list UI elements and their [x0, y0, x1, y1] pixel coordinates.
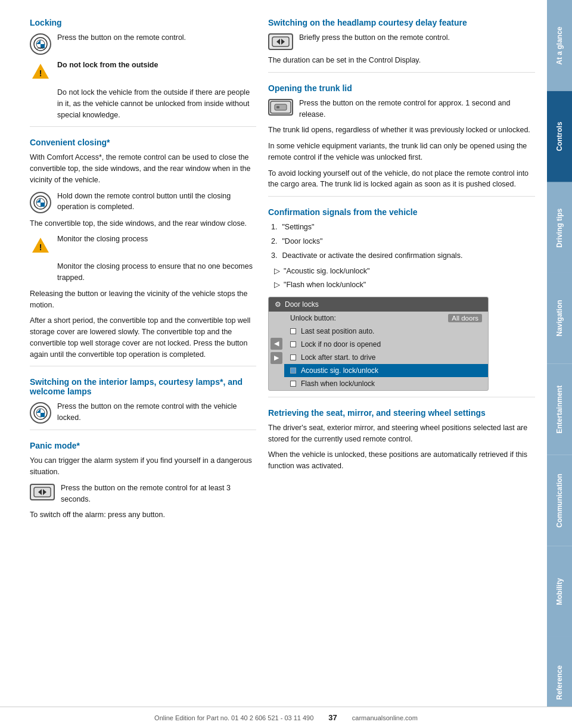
sidebar-item-at-a-glance[interactable]: At a glance — [547, 0, 572, 91]
checkbox-4 — [290, 368, 296, 374]
panic-heading: Panic mode* — [30, 441, 256, 450]
step-3-text: Deactivate or activate the desired confi… — [282, 250, 462, 262]
footer-brand: carmanualsonline.com — [352, 714, 418, 721]
settings-icon: ⚙ — [275, 300, 281, 309]
monitor-row: ! Monitor the closing process — [30, 234, 256, 256]
divider-2 — [30, 366, 256, 366]
step-3: 3. Deactivate or activate the desired co… — [271, 250, 535, 262]
step-2-text: "Door locks" — [282, 236, 322, 247]
warning-body: Do not lock the vehicle from the outside… — [30, 87, 256, 120]
footer-text: Online Edition for Part no. 01 40 2 606 … — [154, 714, 313, 721]
svg-rect-11 — [34, 487, 51, 497]
checkbox-2 — [290, 341, 296, 347]
screen-row-3: Lock after start. to drive — [284, 351, 488, 364]
screen-title: Door locks — [285, 300, 319, 309]
interior-lamps-row: Press the button on the remote control w… — [30, 401, 256, 424]
sidebar-item-driving-tips[interactable]: Driving tips — [547, 182, 572, 273]
main-content: Locking BMW Press the button on the remo… — [0, 0, 547, 728]
headlamp-heading: Switching on the headlamp courtesy delay… — [268, 18, 535, 27]
checkbox-5 — [290, 381, 296, 387]
sidebar-item-entertainment[interactable]: Entertainment — [547, 364, 572, 455]
sidebar-item-navigation[interactable]: Navigation — [547, 273, 572, 364]
row-4-label: Acoustic sig. lock/unlock — [301, 366, 482, 375]
row-2-label: Lock if no door is opened — [301, 340, 482, 349]
trunk-icon-row: Press the button on the remote control f… — [268, 98, 535, 120]
screen-full: ◀ ▶ Unlock button: All doors Last seat p… — [269, 312, 488, 390]
checkbox-3 — [290, 354, 296, 360]
trunk-body2: In some vehicle equipment variants, the … — [268, 141, 535, 163]
sidebar-nav: At a glance Controls Driving tips Naviga… — [547, 0, 572, 728]
locking-heading: Locking — [30, 18, 256, 27]
trunk-body3: To avoid locking yourself out of the veh… — [268, 168, 535, 191]
door-locks-screen: ⚙ Door locks ◀ ▶ Unlock button: All door… — [268, 297, 489, 391]
divider-1 — [30, 126, 256, 127]
step-1: 1. "Settings" — [271, 222, 535, 233]
screen-row-2: Lock if no door is opened — [284, 338, 488, 351]
step-2-num: 2. — [271, 236, 277, 247]
right-column: Switching on the headlamp courtesy delay… — [268, 18, 535, 704]
panic-button-row: Press the button on the remote control f… — [30, 483, 256, 505]
screen-header: ⚙ Door locks — [269, 297, 488, 312]
retrieving-heading: Retrieving the seat, mirror, and steerin… — [268, 408, 535, 418]
bullet-1: ▷ "Acoustic sig. lock/unlock" — [274, 266, 535, 277]
locking-icon-row: BMW Press the button on the remote contr… — [30, 32, 256, 55]
divider-3 — [30, 430, 256, 430]
locking-body-text: Press the button on the remote control. — [57, 32, 256, 43]
sidebar-item-mobility[interactable]: Mobility — [547, 546, 572, 637]
bullet-2-text: "Flash when lock/unlock" — [284, 279, 366, 291]
remote-icon-headlamp — [268, 33, 293, 50]
convenient-body: With Comfort Access*, the remote control… — [30, 152, 256, 185]
releasing-body: Releasing the button or leaving the vici… — [30, 288, 256, 311]
hold-button-text: Hold down the remote control button unti… — [57, 191, 256, 213]
retrieving-body1: The driver's seat, exterior mirror, and … — [268, 422, 535, 445]
page-footer: Online Edition for Part no. 01 40 2 606 … — [0, 707, 572, 728]
screen-nav-left: ◀ ▶ — [269, 312, 284, 390]
trunk-body1: The trunk lid opens, regardless of wheth… — [268, 125, 535, 136]
row-0-label: Unlock button: — [290, 314, 443, 322]
warning-icon-2: ! — [30, 235, 51, 256]
divider-r2 — [268, 196, 535, 197]
screen-row-4: Acoustic sig. lock/unlock — [284, 364, 488, 377]
closing-result: The convertible top, the side windows, a… — [30, 218, 256, 229]
row-1-label: Last seat position auto. — [301, 327, 482, 335]
svg-rect-14 — [272, 37, 289, 46]
headlamp-icon-row: Briefly press the button on the remote c… — [268, 32, 535, 50]
nav-left-arrow[interactable]: ◀ — [271, 338, 282, 350]
divider-r3 — [268, 397, 535, 397]
screen-row-5: Flash when lock/unlock — [284, 377, 488, 390]
step-1-text: "Settings" — [282, 222, 314, 233]
bmw-logo-icon-2 — [30, 192, 51, 213]
row-0-value: All doors — [448, 314, 482, 322]
svg-text:!: ! — [39, 242, 42, 252]
warning-row: ! Do not lock from the outside — [30, 60, 256, 82]
page-container: Locking BMW Press the button on the remo… — [0, 0, 572, 728]
switch-off-alarm: To switch off the alarm: press any butto… — [30, 509, 256, 521]
headlamp-body: The duration can be set in the Control D… — [268, 55, 535, 66]
headlamp-button-text: Briefly press the button on the remote c… — [299, 32, 535, 43]
trunk-button-text: Press the button on the remote control f… — [299, 98, 535, 120]
interior-lamps-heading: Switching on the interior lamps, courtes… — [30, 377, 256, 396]
svg-rect-19 — [276, 106, 279, 108]
bullet-1-text: "Acoustic sig. lock/unlock" — [284, 266, 369, 277]
panic-body: You can trigger the alarm system if you … — [30, 455, 256, 478]
remote-icon-panic — [30, 484, 55, 500]
arrow-icon-2: ▷ — [274, 279, 280, 291]
monitor-body: Monitor the closing process to ensure th… — [30, 261, 256, 284]
page-number: 37 — [328, 713, 337, 722]
screen-row-0: Unlock button: All doors — [284, 312, 488, 325]
monitor-label: Monitor the closing process — [57, 234, 256, 245]
sidebar-item-controls[interactable]: Controls — [547, 91, 572, 182]
sidebar-item-communication[interactable]: Communication — [547, 455, 572, 546]
confirmation-steps-list: 1. "Settings" 2. "Door locks" 3. Deactiv… — [268, 222, 535, 261]
arrow-icon-1: ▷ — [274, 266, 280, 277]
warning-label: Do not lock from the outside — [57, 60, 256, 71]
nav-right-arrow[interactable]: ▶ — [271, 352, 282, 364]
svg-text:!: ! — [39, 69, 42, 78]
hold-button-row: Hold down the remote control button unti… — [30, 191, 256, 213]
retrieving-body2: When the vehicle is unlocked, these posi… — [268, 449, 535, 472]
bullet-2: ▷ "Flash when lock/unlock" — [274, 279, 535, 291]
step-3-num: 3. — [271, 250, 277, 262]
panic-button-text: Press the button on the remote control f… — [61, 483, 256, 505]
divider-r1 — [268, 72, 535, 73]
trunk-heading: Opening the trunk lid — [268, 83, 535, 93]
